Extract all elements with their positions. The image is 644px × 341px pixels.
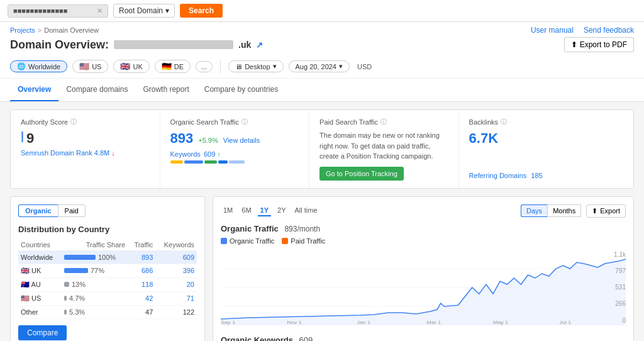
authority-bar-icon: | — [21, 130, 24, 142]
position-tracking-button[interactable]: Go to Position Tracking — [319, 167, 404, 181]
device-filter[interactable]: 🖥 Desktop ▾ — [228, 60, 283, 72]
bar-dkblue — [218, 160, 228, 164]
uk-label: UK — [133, 63, 142, 70]
info-icon: ⓘ — [501, 118, 507, 126]
table-row[interactable]: 🇬🇧 UK 77% 686 396 — [18, 264, 197, 277]
bar-green — [204, 160, 217, 164]
traffic-share-bar: 13% — [62, 277, 128, 291]
view-buttons: Days Months — [521, 204, 581, 217]
worldwide-filter[interactable]: 🌐 Worldwide — [10, 60, 67, 72]
chart-area-fill — [221, 259, 626, 325]
send-feedback-link[interactable]: Send feedback — [584, 26, 634, 35]
tab-compare-countries[interactable]: Compare by countries — [197, 79, 286, 101]
currency-label: USD — [357, 63, 372, 70]
top-bar: ■■■■■■■■■■■■■ ✕ Root Domain ▾ Search — [0, 0, 644, 22]
tab-overview[interactable]: Overview — [10, 79, 58, 101]
filter-bar: 🌐 Worldwide 🇺🇸 US 🇬🇧 UK 🇩🇪 DE ... 🖥 Desk… — [0, 57, 644, 79]
table-row[interactable]: 🇺🇸 US 4.7% 42 71 — [18, 291, 197, 305]
organic-tab[interactable]: Organic — [18, 204, 58, 217]
paid-tab[interactable]: Paid — [58, 204, 86, 217]
view-details-link[interactable]: View details — [223, 137, 260, 144]
months-button[interactable]: Months — [547, 204, 581, 217]
country-name: Worldwide — [18, 250, 62, 264]
svg-text:Jan 1: Jan 1 — [357, 319, 371, 325]
backlinks-label: Backlinks ⓘ — [469, 118, 623, 126]
bar-ltblue — [229, 160, 245, 164]
backlinks-card: Backlinks ⓘ 6.7K Referring Domains 185 — [459, 110, 633, 188]
legend-paid-dot — [282, 238, 288, 244]
compare-button[interactable]: Compare — [18, 325, 67, 340]
page-title-bar: Domain Overview: .uk ↗ ⬆ Export to PDF — [0, 36, 644, 57]
us-filter[interactable]: 🇺🇸 US — [72, 60, 108, 73]
info-icon: ⓘ — [242, 118, 248, 126]
paid-label: Paid Search Traffic ⓘ — [319, 118, 448, 126]
date-filter[interactable]: Aug 20, 2024 ▾ — [289, 60, 350, 72]
de-label: DE — [174, 63, 184, 70]
clear-icon[interactable]: ✕ — [97, 7, 103, 15]
table-row[interactable]: 🇦🇺 AU 13% 118 20 — [18, 277, 197, 291]
uk-filter[interactable]: 🇬🇧 UK — [113, 60, 149, 73]
info-icon: ⓘ — [380, 118, 387, 126]
referring-domains: Referring Domains 185 — [469, 172, 623, 179]
svg-text:Nov 1: Nov 1 — [287, 319, 301, 325]
organic-keywords-sub: Keywords 609 ↑ — [170, 150, 299, 158]
user-manual-link[interactable]: User manual — [531, 26, 574, 35]
keywords-value: 20 — [155, 277, 197, 291]
days-button[interactable]: Days — [521, 204, 547, 217]
search-button[interactable]: Search — [180, 4, 223, 18]
more-filter[interactable]: ... — [196, 61, 213, 72]
export-pdf-button[interactable]: ⬆ Export to PDF — [564, 37, 634, 52]
external-link-icon[interactable]: ↗ — [256, 40, 263, 50]
traffic-share-bar: 5.3% — [62, 305, 128, 318]
de-filter[interactable]: 🇩🇪 DE — [155, 60, 191, 73]
col-keywords: Keywords — [155, 239, 197, 251]
time-1y[interactable]: 1Y — [258, 205, 271, 216]
time-all[interactable]: All time — [292, 205, 320, 216]
svg-text:Jul 1: Jul 1 — [560, 319, 572, 325]
export-chart-button[interactable]: ⬆ Export — [586, 204, 626, 218]
info-icon: ⓘ — [70, 118, 77, 126]
svg-text:May 1: May 1 — [493, 319, 508, 325]
svg-text:Mar 1: Mar 1 — [427, 319, 441, 325]
page-title: Domain Overview: .uk ↗ — [10, 38, 263, 52]
keywords-value: 71 — [155, 291, 197, 305]
time-pills: 1M 6M 1Y 2Y All time — [221, 205, 320, 216]
traffic-value: 893 — [128, 250, 155, 264]
breadcrumb: Projects > Domain Overview — [10, 26, 99, 34]
chart-svg: Sep 1 Nov 1 Jan 1 Mar 1 May 1 Jul 1 — [221, 250, 626, 325]
legend-organic: Organic Traffic — [221, 237, 274, 245]
table-row[interactable]: Worldwide 100% 893 609 — [18, 250, 197, 264]
domain-type-dropdown[interactable]: Root Domain ▾ — [113, 4, 175, 18]
keywords-section: Organic Keywords 609 Top 3 4-10 11-20 — [221, 335, 626, 342]
us-label: US — [92, 63, 101, 70]
legend-organic-dot — [221, 238, 227, 244]
paid-traffic-card: Paid Search Traffic ⓘ The domain may be … — [309, 110, 459, 188]
y-label-266: 266 — [607, 300, 626, 307]
divider — [220, 60, 221, 73]
col-traffic-share: Traffic Share — [62, 239, 128, 251]
tab-compare-domains[interactable]: Compare domains — [58, 79, 135, 101]
search-box[interactable]: ■■■■■■■■■■■■■ ✕ — [8, 4, 108, 18]
tab-growth-report[interactable]: Growth report — [135, 79, 196, 101]
left-panel: Organic Paid Distribution by Country Cou… — [10, 196, 205, 342]
y-label-531: 531 — [607, 284, 626, 291]
y-label-797: 797 — [607, 267, 626, 274]
authority-value: 9 — [26, 130, 34, 147]
paid-desc: The domain may be new or not ranking rig… — [319, 130, 448, 162]
keywords-count: 609 — [299, 335, 313, 342]
us-flag: 🇺🇸 — [79, 62, 89, 71]
breadcrumb-projects[interactable]: Projects — [10, 26, 35, 34]
legend-paid-label: Paid Traffic — [291, 237, 325, 245]
traffic-value: 47 — [128, 305, 155, 318]
time-6m[interactable]: 6M — [239, 205, 253, 216]
page-title-label: Domain Overview: — [10, 38, 109, 52]
chevron-down-icon: ▾ — [339, 62, 343, 70]
domain-masked — [114, 40, 233, 49]
time-2y[interactable]: 2Y — [275, 205, 288, 216]
keywords-value: 396 — [155, 264, 197, 277]
country-name: 🇺🇸 US — [18, 291, 62, 305]
uk-flag: 🇬🇧 — [120, 62, 130, 71]
time-1m[interactable]: 1M — [221, 205, 235, 216]
breadcrumb-separator: > — [38, 26, 42, 34]
distribution-table: Countries Traffic Share Traffic Keywords… — [18, 239, 197, 319]
